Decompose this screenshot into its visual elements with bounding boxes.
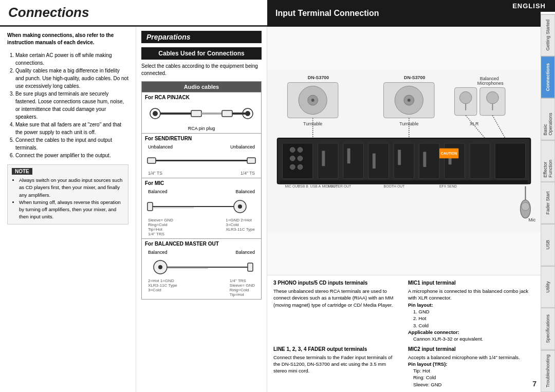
balanced-master-title: For BALANCED MASTER OUT: [145, 241, 258, 247]
list-item: Make certain AC power is off while makin…: [15, 51, 128, 67]
audio-cables-header: Audio cables: [142, 82, 261, 92]
rca-section: For RCA PINJACK: [142, 92, 261, 133]
svg-rect-20: [167, 267, 208, 268]
list-item: Connect the power amplifier to the outpu…: [15, 152, 128, 159]
svg-rect-14: [153, 208, 194, 208]
phono-text: These unbalanced stereo RCA terminals ar…: [273, 288, 400, 308]
mic2-text: Accepts a balanced microphone with 1/4" …: [408, 354, 534, 361]
svg-rect-60: [423, 152, 426, 167]
svg-rect-21: [167, 268, 208, 269]
svg-rect-59: [398, 150, 401, 165]
svg-point-16: [238, 204, 242, 209]
mic-left-label: Balanced: [148, 189, 168, 194]
mic-left-sub: Sleeve= GNDRing=ColdTip=Hot1/4" TRS: [148, 218, 173, 236]
svg-rect-3: [191, 110, 201, 117]
svg-rect-9: [147, 158, 156, 163]
main-container: Connections Input Terminal Connection Wh…: [0, 0, 541, 392]
mic2-title: MIC2 input terminal: [408, 346, 534, 353]
tab-troubleshooting[interactable]: Troubleshooting: [541, 350, 555, 392]
mic2-sub1: Tip: Hot Ring: Cold Sleeve: GND: [408, 367, 534, 388]
mic1-title: MIC1 input terminal: [408, 279, 534, 287]
send-left-sub: 1/4" TS: [148, 171, 162, 176]
tab-connections[interactable]: Connections: [541, 57, 555, 99]
note-item: Always switch on your audio input source…: [19, 177, 124, 199]
note-box: NOTE Always switch on your audio input s…: [7, 164, 128, 225]
mic1-text: A microphone is connected to this balanc…: [408, 288, 534, 302]
balanced-left-sub: 2=Hot 1=GNDXLR3-11C Type3=Cold: [148, 278, 177, 297]
rca-title: For RCA PINJACK: [145, 95, 258, 100]
input-terminal-header: Input Terminal Connection: [267, 0, 541, 27]
mic1-bullet2: Applicable connector:: [408, 329, 459, 335]
svg-point-19: [158, 265, 162, 269]
tab-fader-start[interactable]: Fader Start: [541, 182, 555, 224]
send-return-section: For SEND/RETURN Unbalanced Unbalanced: [142, 133, 261, 178]
diagram-area: DN-S3700 DN-S3700 Turntable Turntable: [267, 27, 541, 275]
svg-point-81: [522, 202, 530, 211]
mic1-desc: MIC1 input terminal A microphone is conn…: [408, 279, 534, 342]
line-text: Connect these terminals to the Fader inp…: [273, 354, 400, 375]
svg-rect-11: [247, 158, 255, 163]
svg-point-1: [153, 111, 158, 116]
note-title: NOTE: [12, 168, 32, 175]
svg-rect-50: [368, 143, 388, 179]
mic1-sub1: 1. GND 2. Hot 3. Cold: [408, 308, 534, 329]
balanced-left-label: Balanced: [148, 250, 168, 255]
list-item: Be sure plugs and terminals are securely…: [15, 90, 128, 121]
svg-point-67: [298, 164, 303, 170]
svg-rect-13: [153, 206, 194, 207]
svg-point-64: [290, 156, 295, 161]
svg-rect-47: [283, 143, 313, 179]
tab-basic-operations[interactable]: Basic Operations: [541, 98, 555, 140]
mic2-desc: MIC2 input terminal Accepts a balanced m…: [408, 346, 534, 388]
svg-text:DN-S3700: DN-S3700: [404, 75, 425, 80]
svg-rect-49: [343, 143, 363, 179]
right-sidebar-tabs: Getting Started Connections Basic Operat…: [541, 14, 555, 392]
svg-point-41: [487, 91, 499, 104]
phono-title: 3 PHONO inputs/5 CD inputs terminals: [273, 279, 400, 287]
svg-rect-5: [222, 110, 232, 117]
mic1-bullet1: Pin layout:: [408, 302, 433, 308]
svg-rect-51: [394, 143, 414, 179]
tab-getting-started[interactable]: Getting Started: [541, 14, 555, 57]
svg-point-66: [290, 164, 295, 170]
balanced-right-label: Balanced: [235, 250, 255, 255]
svg-rect-4: [201, 113, 222, 115]
svg-rect-12: [147, 202, 153, 211]
rca-diagram: [145, 102, 258, 125]
left-column: When making connections, also refer to t…: [0, 27, 136, 392]
phono-desc: 3 PHONO inputs/5 CD inputs terminals The…: [273, 279, 400, 342]
tab-utility[interactable]: Utility: [541, 266, 555, 308]
list-item: Make sure that all faders are at "zero" …: [15, 121, 128, 136]
svg-rect-23: [208, 267, 248, 268]
send-return-title: For SEND/RETURN: [145, 136, 258, 141]
svg-rect-54: [470, 143, 490, 179]
cables-desc: Select the cables according to the equip…: [141, 63, 262, 77]
page-number: 7: [532, 380, 536, 388]
balanced-master-diagram: [145, 256, 258, 278]
bold-intro: When making connections, also refer to t…: [7, 32, 128, 46]
svg-rect-58: [373, 153, 376, 169]
preparations-title: Preparations: [141, 31, 262, 43]
svg-text:Balanced: Balanced: [480, 76, 499, 81]
svg-rect-22: [248, 263, 253, 271]
tab-effector-function[interactable]: Effector Function: [541, 140, 555, 182]
svg-rect-70: [280, 180, 528, 184]
balanced-master-section: For BALANCED MASTER OUT Balanced Balance…: [142, 238, 261, 299]
mic-diagram: [145, 195, 258, 218]
note-list: Always switch on your audio input source…: [12, 177, 124, 221]
note-item: When turning off, always reverse this op…: [19, 199, 124, 221]
bottom-descriptions: 3 PHONO inputs/5 CD inputs terminals The…: [267, 275, 541, 392]
english-tab: ENGLISH: [503, 0, 555, 12]
svg-point-63: [298, 147, 303, 153]
content-row: When making connections, also refer to t…: [0, 27, 541, 392]
tab-usb[interactable]: USB: [541, 224, 555, 266]
svg-rect-57: [347, 148, 350, 164]
svg-rect-2: [160, 113, 191, 115]
send-return-diagram: [145, 151, 258, 171]
svg-text:EFX SEND: EFX SEND: [439, 184, 457, 188]
svg-rect-17: [194, 206, 234, 207]
svg-point-44: [459, 91, 472, 104]
page-title: Connections: [8, 5, 89, 21]
svg-text:USB A: USB A: [310, 184, 321, 188]
tab-specifications[interactable]: Specifications: [541, 308, 555, 350]
